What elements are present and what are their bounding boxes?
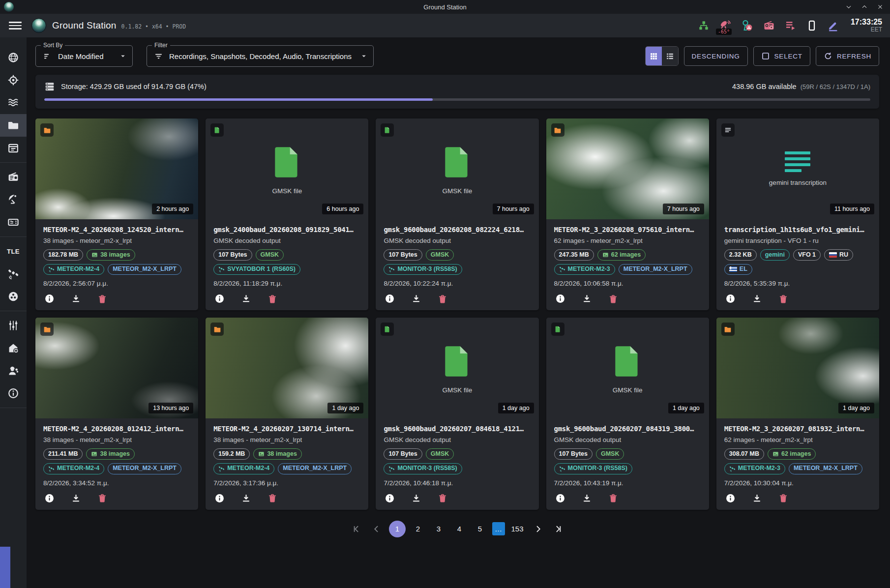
satellite-image-thumbnail[interactable]: 13 hours ago — [35, 318, 198, 418]
info-button[interactable] — [214, 493, 225, 503]
page-button-5[interactable]: 5 — [472, 521, 488, 537]
gmsk-file-thumbnail[interactable]: GMSK file1 day ago — [546, 318, 709, 418]
download-button[interactable] — [752, 493, 762, 503]
delete-button[interactable] — [778, 294, 788, 304]
delete-button[interactable] — [97, 294, 107, 304]
page-ellipsis[interactable]: … — [492, 522, 505, 535]
sidebar-item-worker[interactable] — [0, 359, 27, 382]
next-page-button[interactable] — [530, 521, 546, 537]
network-status-icon[interactable] — [698, 20, 709, 31]
download-button[interactable] — [582, 294, 592, 304]
delete-button[interactable] — [608, 493, 618, 503]
satellite-image-thumbnail[interactable]: 7 hours ago — [546, 118, 709, 219]
dish-signal-icon[interactable]: -65° — [719, 20, 731, 31]
window-maximize-button[interactable] — [860, 3, 868, 11]
gmsk-file-thumbnail[interactable]: GMSK file6 hours ago — [206, 118, 368, 219]
delete-button[interactable] — [778, 493, 788, 503]
download-button[interactable] — [752, 294, 762, 304]
download-button[interactable] — [241, 493, 251, 503]
refresh-button[interactable]: REFRESH — [816, 46, 879, 66]
card-body: METEOR-M2_3_20260208_075610_intern…62 im… — [546, 219, 709, 310]
info-button[interactable] — [725, 493, 736, 503]
window-minimize-button[interactable] — [845, 3, 853, 11]
download-button[interactable] — [411, 294, 421, 304]
edit-icon[interactable] — [827, 20, 839, 31]
info-button[interactable] — [214, 294, 225, 304]
delete-button[interactable] — [267, 294, 277, 304]
download-button[interactable] — [582, 493, 592, 503]
card-actions — [724, 491, 871, 504]
sidebar-item-modem[interactable] — [0, 211, 27, 234]
window-close-button[interactable] — [876, 3, 884, 11]
file-card-meteor-m2-4-20260207-130714-intern[interactable]: 1 day agoMETEOR-M2_4_20260207_130714_int… — [206, 318, 368, 509]
sidebar-item-info[interactable] — [0, 382, 27, 405]
sidebar-item-waves[interactable] — [0, 91, 27, 114]
info-button[interactable] — [555, 294, 565, 304]
transcription-thumbnail[interactable]: gemini transcription11 hours ago — [716, 118, 879, 219]
phone-icon[interactable] — [806, 20, 817, 31]
file-card-gmsk-2400baud-20260208-091829-5041[interactable]: GMSK file6 hours agogmsk_2400baud_202602… — [206, 118, 368, 310]
list-view-button[interactable] — [662, 47, 678, 65]
file-card-transcription-1h1ts6u8-vfo1-gemini[interactable]: gemini transcription11 hours agotranscri… — [716, 118, 879, 310]
delete-button[interactable] — [267, 493, 277, 503]
gmsk-file-thumbnail[interactable]: GMSK file7 hours ago — [376, 118, 538, 219]
file-card-gmsk-9600baud-20260208-082224-6218[interactable]: GMSK file7 hours agogmsk_9600baud_202602… — [376, 118, 538, 310]
sidebar-item-reel[interactable] — [0, 285, 27, 308]
satellite-image-thumbnail[interactable]: 1 day ago — [206, 318, 368, 418]
download-button[interactable] — [241, 294, 251, 304]
sidebar-item-radio[interactable] — [0, 166, 27, 188]
sidebar-item-satellite[interactable] — [0, 263, 27, 285]
sort-by-select[interactable]: Sort By Date Modified — [35, 45, 133, 67]
previous-page-button[interactable] — [368, 521, 385, 537]
download-button[interactable] — [71, 294, 81, 304]
first-page-button[interactable] — [348, 521, 364, 537]
page-button-2[interactable]: 2 — [410, 521, 426, 537]
descending-button[interactable]: DESCENDING — [684, 46, 748, 66]
sidebar-item-calendar[interactable] — [0, 137, 27, 159]
file-card-meteor-m2-4-20260208-124520-intern[interactable]: 2 hours agoMETEOR-M2_4_20260208_124520_i… — [35, 118, 198, 310]
sidebar-item-sliders[interactable] — [0, 314, 27, 337]
delete-button[interactable] — [97, 493, 107, 503]
page-button-153[interactable]: 153 — [509, 521, 526, 537]
sidebar-item-globe[interactable] — [0, 46, 27, 69]
radio-off-icon[interactable] — [763, 20, 775, 31]
sidebar-item-home-add[interactable] — [0, 337, 27, 359]
info-button[interactable] — [725, 294, 736, 304]
info-button[interactable] — [44, 294, 55, 304]
sidebar-item-tle[interactable]: TLE — [0, 240, 27, 263]
file-card-meteor-m2-3-20260207-081932-intern[interactable]: 1 day agoMETEOR-M2_3_20260207_081932_int… — [716, 318, 879, 509]
page-button-3[interactable]: 3 — [430, 521, 447, 537]
select-button[interactable]: SELECT — [753, 46, 810, 66]
thumbnail-label: GMSK file — [613, 386, 643, 394]
sidebar-item-target[interactable] — [0, 69, 27, 91]
menu-icon[interactable] — [9, 22, 22, 29]
file-title: gmsk_9600baud_20260208_082224_6218… — [384, 226, 531, 234]
file-card-gmsk-9600baud-20260207-084618-4121[interactable]: GMSK file1 day agogmsk_9600baud_20260207… — [376, 318, 538, 509]
info-button[interactable] — [385, 493, 395, 503]
file-card-meteor-m2-3-20260208-075610-intern[interactable]: 7 hours agoMETEOR-M2_3_20260208_075610_i… — [546, 118, 709, 310]
page-button-4[interactable]: 4 — [451, 521, 468, 537]
antenna-warning-icon[interactable] — [741, 19, 753, 32]
card-body: gmsk_9600baud_20260208_082224_6218…GMSK … — [376, 219, 538, 310]
gmsk-file-thumbnail[interactable]: GMSK file1 day ago — [376, 318, 538, 418]
satellite-image-thumbnail[interactable]: 2 hours ago — [35, 118, 198, 219]
last-page-button[interactable] — [550, 521, 567, 537]
delete-button[interactable] — [438, 493, 447, 503]
file-card-gmsk-9600baud-20260207-084319-3800[interactable]: GMSK file1 day agogmsk_9600baud_20260207… — [546, 318, 709, 509]
page-button-1[interactable]: 1 — [389, 521, 406, 537]
delete-button[interactable] — [608, 294, 618, 304]
info-button[interactable] — [555, 493, 565, 503]
download-button[interactable] — [411, 493, 421, 503]
file-date: 8/2/2026, 10:22:24 π.μ. — [384, 280, 531, 287]
sidebar-item-folder[interactable] — [0, 114, 27, 137]
sidebar-item-dish[interactable] — [0, 188, 27, 211]
filter-select[interactable]: Filter Recordings, Snapshots, Decoded, A… — [147, 45, 374, 67]
satellite-image-thumbnail[interactable]: 1 day ago — [716, 318, 879, 418]
queue-playlist-icon[interactable] — [785, 20, 797, 31]
grid-view-button[interactable] — [646, 47, 662, 65]
delete-button[interactable] — [438, 294, 447, 304]
file-card-meteor-m2-4-20260208-012412-intern[interactable]: 13 hours agoMETEOR-M2_4_20260208_012412_… — [35, 318, 198, 509]
info-button[interactable] — [44, 493, 55, 503]
download-button[interactable] — [71, 493, 81, 503]
info-button[interactable] — [385, 294, 395, 304]
